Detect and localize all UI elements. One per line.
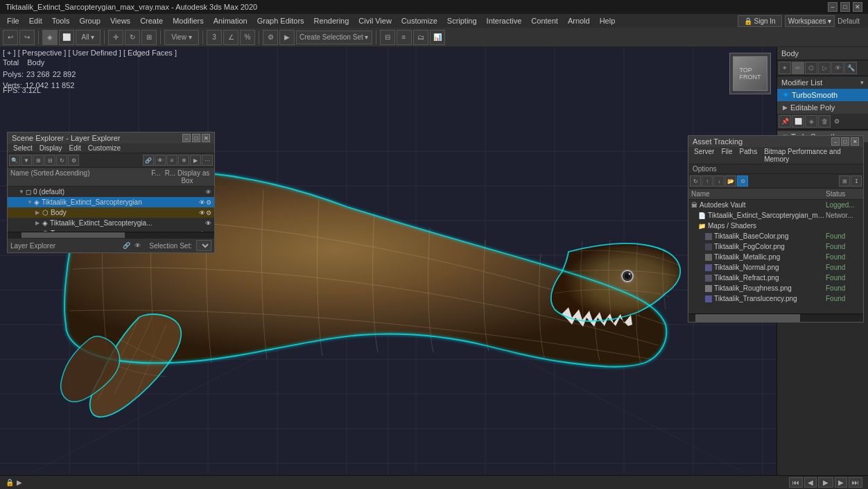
at-menu-paths[interactable]: Paths [737, 147, 761, 164]
navigation-cube[interactable]: TOPFRONT [729, 53, 771, 94]
minimize-button[interactable]: – [828, 2, 837, 12]
last-frame-btn[interactable]: ⏭ [849, 477, 862, 488]
menu-interactive[interactable]: Interactive [483, 15, 526, 26]
undo-button[interactable]: ↩ [3, 30, 18, 45]
at-options-menu[interactable]: Options [688, 164, 863, 174]
rotate-button[interactable]: ↻ [125, 30, 140, 45]
at-titlebar[interactable]: Asset Tracking – □ ✕ [688, 136, 863, 147]
select-filter-dropdown[interactable]: All ▾ [76, 30, 101, 45]
se-item-body[interactable]: ▶ ⬡ Body 👁 ⚙ [8, 207, 214, 218]
workspaces-dropdown[interactable]: Workspaces ▾ [785, 15, 835, 27]
se-item-tiktaalik[interactable]: ▼ ◈ Tiktaalik_Extinct_Sarcopterygian 👁 ⚙ [8, 197, 214, 207]
align-button[interactable]: ⊟ [380, 30, 395, 45]
menu-views[interactable]: Views [106, 15, 134, 26]
se-filter-icon[interactable]: ▼ [21, 155, 32, 166]
display-panel-btn[interactable]: 👁 [831, 62, 844, 74]
se-settings-icon[interactable]: ⚙ [68, 155, 79, 166]
se-search-icon[interactable]: 🔍 [9, 155, 20, 166]
selection-set-dropdown[interactable]: Create Selection Set ▾ [296, 31, 372, 44]
se-close-btn[interactable]: ✕ [202, 134, 210, 142]
at-expand-btn[interactable]: ⊞ [839, 175, 850, 187]
render-frame-button[interactable]: ▶ [279, 30, 295, 45]
se-menu-edit[interactable]: Edit [67, 144, 84, 153]
select-region-button[interactable]: ⬜ [59, 30, 74, 45]
select-object-button[interactable]: ◈ [42, 30, 58, 45]
move-button[interactable]: ✛ [108, 30, 123, 45]
at-item-vault[interactable]: 🏛 Autodesk Vault Logged... [688, 200, 863, 210]
graph-editors-button[interactable]: 📊 [430, 30, 445, 45]
show-end-result-btn[interactable]: ⬜ [792, 115, 804, 128]
at-item-refract[interactable]: Tiktaalik_Refract.png Found [688, 273, 863, 283]
at-item-translucency[interactable]: Tiktaalik_Translucency.png Found [688, 293, 863, 304]
at-active-btn[interactable]: ⚙ [737, 175, 748, 187]
at-collapse-btn[interactable]: ↧ [851, 175, 862, 187]
viewport[interactable]: [ + ] [ Perspective ] [ User Defined ] [… [0, 47, 776, 489]
at-item-normal[interactable]: Tiktaalik_Normal.png Found [688, 262, 863, 273]
modifier-turbosmooth[interactable]: 👁 TurboSmooth [777, 89, 868, 101]
menu-group[interactable]: Group [75, 15, 105, 26]
sign-in-button[interactable]: 🔒 Sign In [738, 15, 782, 27]
menu-file[interactable]: File [3, 15, 24, 26]
menu-graph-editors[interactable]: Graph Editors [253, 15, 309, 26]
at-menu-file[interactable]: File [718, 147, 735, 164]
se-render-icon[interactable]: ▶ [190, 155, 201, 166]
remove-modifier-btn[interactable]: 🗑 [818, 115, 831, 128]
se-expand-all-icon[interactable]: ⊞ [33, 155, 44, 166]
scale-button[interactable]: ⊞ [141, 30, 157, 45]
menu-civil-view[interactable]: Civil View [354, 15, 395, 26]
se-maximize-btn[interactable]: □ [192, 134, 200, 142]
at-scrollbar[interactable] [688, 314, 863, 322]
view-dropdown[interactable]: View ▾ [164, 30, 199, 45]
se-freeze-icon[interactable]: ❄ [178, 155, 189, 166]
se-more-icon[interactable]: ⋯ [202, 155, 213, 166]
menu-modifiers[interactable]: Modifiers [168, 15, 208, 26]
at-upload-btn[interactable]: ↑ [702, 175, 713, 187]
layer-manager-button[interactable]: ≡ [397, 30, 412, 45]
at-item-metallic[interactable]: Tiktaalik_Metallic.png Found [688, 252, 863, 262]
menu-tools[interactable]: Tools [48, 15, 74, 26]
render-setup-button[interactable]: ⚙ [263, 30, 278, 45]
se-menu-customize[interactable]: Customize [85, 144, 123, 153]
utilities-panel-btn[interactable]: 🔧 [844, 62, 857, 74]
at-menu-server[interactable]: Server [691, 147, 717, 164]
play-anim-btn[interactable]: ▶ [818, 477, 833, 488]
at-item-roughness[interactable]: Tiktaalik_Roughness.png Found [688, 283, 863, 293]
at-download-btn[interactable]: ↓ [713, 175, 724, 187]
se-menu-select[interactable]: Select [10, 144, 35, 153]
se-menu-display[interactable]: Display [37, 144, 65, 153]
hierarchy-panel-btn[interactable]: ⌬ [805, 62, 817, 74]
at-minimize-btn[interactable]: – [831, 137, 840, 146]
menu-create[interactable]: Create [136, 15, 167, 26]
3d-snap-button[interactable]: 3 [207, 30, 222, 45]
angle-snap-button[interactable]: ∠ [223, 30, 238, 45]
scene-explorer-button[interactable]: 🗂 [413, 30, 428, 45]
modifier-editablepoly[interactable]: ▶ Editable Poly [777, 101, 868, 114]
motion-panel-btn[interactable]: ▷ [818, 62, 831, 74]
se-collapse-all-icon[interactable]: ⊟ [44, 155, 55, 166]
selection-set-select[interactable] [196, 240, 211, 251]
se-layer-icon[interactable]: ≡ [166, 155, 177, 166]
se-sync-icon[interactable]: ↻ [56, 155, 67, 166]
menu-help[interactable]: Help [596, 15, 620, 26]
at-scrollbar-thumb[interactable] [695, 314, 800, 322]
menu-customize[interactable]: Customize [397, 15, 442, 26]
modify-panel-btn[interactable]: ✏ [792, 62, 804, 74]
at-item-maxfile[interactable]: 📄 Tiktaalik_Extinct_Sarcopterygian_max.m… [688, 210, 863, 221]
play-btn[interactable]: ⏮ [789, 477, 803, 488]
se-link-icon[interactable]: 🔗 [143, 155, 154, 166]
close-button[interactable]: ✕ [853, 2, 862, 12]
redo-button[interactable]: ↪ [19, 30, 35, 45]
se-minimize-btn[interactable]: – [182, 134, 191, 142]
menu-edit[interactable]: Edit [25, 15, 46, 26]
at-item-basecolor[interactable]: Tiktaalik_BaseColor.png Found [688, 231, 863, 241]
at-maximize-btn[interactable]: □ [841, 137, 849, 146]
se-item-sarcopt[interactable]: ▶ ◈ Tiktaalik_Extinct_Sarcopterygia... 👁 [8, 218, 214, 228]
menu-scripting[interactable]: Scripting [443, 15, 481, 26]
at-menu-bitmap[interactable]: Bitmap Performance and Memory [761, 147, 860, 164]
at-item-maps[interactable]: 📁 Maps / Shaders [688, 221, 863, 231]
prev-frame-btn[interactable]: ◀ [804, 477, 817, 488]
pin-stack-btn[interactable]: 📌 [779, 115, 791, 128]
menu-animation[interactable]: Animation [209, 15, 252, 26]
next-frame-btn[interactable]: ▶ [835, 477, 847, 488]
scene-explorer-titlebar[interactable]: Scene Explorer - Layer Explorer – □ ✕ [8, 132, 214, 144]
